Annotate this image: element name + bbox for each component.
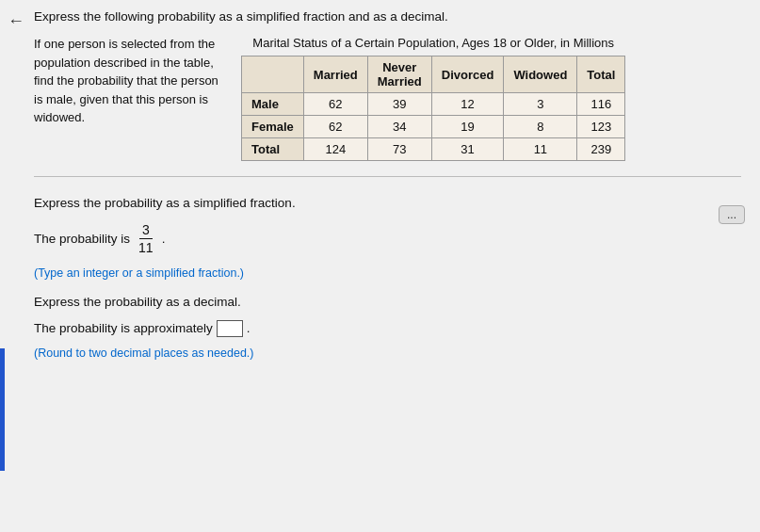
- table-row: Total 124 73 31 11 239: [242, 138, 625, 161]
- fraction-numerator: 3: [139, 221, 153, 239]
- cell-female-never-married: 34: [367, 116, 431, 138]
- cell-female-widowed: 8: [504, 116, 577, 138]
- problem-text: If one person is selected from the popul…: [34, 35, 222, 127]
- row-label-male: Male: [242, 93, 304, 116]
- cell-female-total: 123: [577, 116, 625, 138]
- cell-male-widowed: 3: [504, 93, 577, 116]
- page-wrapper: ← Express the following probability as a…: [0, 0, 760, 532]
- cell-total-total: 239: [577, 138, 625, 161]
- table-header-row: Married NeverMarried Divorced Widowed To…: [242, 56, 625, 93]
- approx-probability-line: The probability is approximately .: [34, 320, 741, 337]
- cell-male-married: 62: [303, 93, 367, 116]
- back-arrow[interactable]: ←: [8, 11, 24, 31]
- col-header-widowed: Widowed: [504, 56, 577, 93]
- table-container: Marital Status of a Certain Population, …: [241, 35, 625, 161]
- table-row: Female 62 34 19 8 123: [242, 116, 625, 138]
- row-label-total: Total: [242, 138, 304, 161]
- cell-female-married: 62: [303, 116, 367, 138]
- cell-total-divorced: 31: [431, 138, 504, 161]
- cell-male-divorced: 12: [431, 93, 504, 116]
- col-header-divorced: Divorced: [431, 56, 504, 93]
- approx-period: .: [247, 321, 251, 335]
- table-row: Male 62 39 12 3 116: [242, 93, 625, 116]
- probability-fraction-line: The probability is 3 11 .: [34, 221, 741, 256]
- fraction-instruction: Express the probability as a simplified …: [34, 196, 741, 210]
- cell-male-never-married: 39: [367, 93, 431, 116]
- fraction-display: 3 11: [136, 221, 156, 256]
- table-title: Marital Status of a Certain Population, …: [252, 35, 614, 52]
- col-header-empty: [242, 56, 304, 93]
- more-button[interactable]: ...: [719, 205, 745, 224]
- main-section: If one person is selected from the popul…: [34, 35, 741, 161]
- left-accent-bar: [0, 348, 5, 471]
- round-hint: (Round to two decimal places as needed.): [34, 347, 741, 360]
- data-table: Married NeverMarried Divorced Widowed To…: [241, 56, 625, 161]
- cell-total-widowed: 11: [504, 138, 577, 161]
- cell-total-never-married: 73: [367, 138, 431, 161]
- fraction-denominator: 11: [136, 239, 156, 256]
- type-hint: (Type an integer or a simplified fractio…: [34, 266, 741, 280]
- row-label-female: Female: [242, 116, 304, 138]
- top-instruction: Express the following probability as a s…: [34, 9, 741, 24]
- cell-female-divorced: 19: [431, 116, 504, 138]
- cell-male-total: 116: [577, 93, 625, 116]
- col-header-never-married: NeverMarried: [367, 56, 431, 93]
- section-divider: [34, 176, 741, 177]
- probability-label: The probability is: [34, 232, 130, 246]
- approx-label: The probability is approximately: [34, 321, 213, 335]
- decimal-instruction: Express the probability as a decimal.: [34, 295, 741, 309]
- col-header-total: Total: [577, 56, 625, 93]
- col-header-married: Married: [303, 56, 367, 93]
- content-area: Express the following probability as a s…: [0, 0, 760, 532]
- cell-total-married: 124: [303, 138, 367, 161]
- decimal-input[interactable]: [217, 320, 243, 337]
- fraction-period: .: [162, 232, 166, 246]
